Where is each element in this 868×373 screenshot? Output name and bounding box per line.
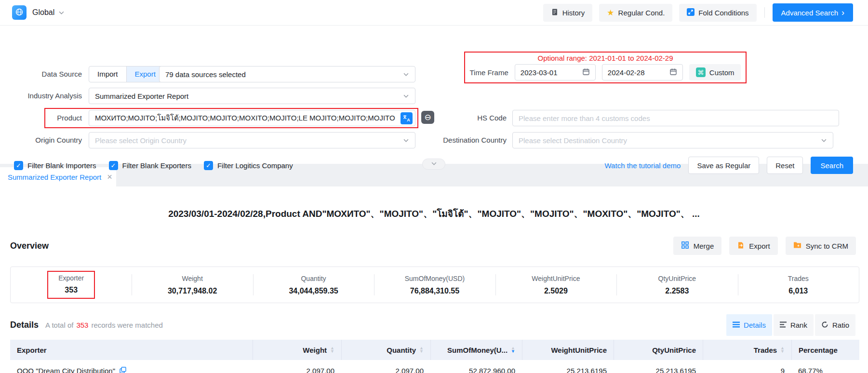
checkbox-checked-icon: ✓ bbox=[109, 161, 118, 170]
industry-analysis-label: Industry Analysis bbox=[0, 88, 82, 104]
reset-button[interactable]: Reset bbox=[767, 157, 803, 174]
overview-stats-card: Exporter 353 Weight 30,717,948.02 Quanti… bbox=[10, 266, 859, 303]
chevron-down-icon bbox=[431, 160, 437, 168]
column-header-sum-of-money[interactable]: SumOfMoney(U... ▲▼ bbox=[430, 340, 522, 360]
stat-quantity: Quantity 34,044,859.35 bbox=[253, 267, 374, 303]
exporter-name[interactable]: OOO "Dream City Distribution" bbox=[17, 367, 115, 373]
query-summary: 2023/03/01-2024/02/28,Product AND"МОХИТО… bbox=[0, 206, 868, 221]
sort-icon-active-desc[interactable]: ▲▼ bbox=[511, 346, 515, 353]
checkbox-checked-icon: ✓ bbox=[14, 161, 23, 170]
sort-icon[interactable]: ▲▼ bbox=[780, 346, 785, 353]
cell-quantity: 2,097.00 bbox=[341, 360, 430, 373]
origin-country-dropdown[interactable]: Please select Origin Country bbox=[89, 132, 415, 148]
stat-weight: Weight 30,717,948.02 bbox=[132, 267, 253, 303]
data-sources-dropdown[interactable]: 79 data sources selected bbox=[159, 66, 415, 82]
optional-range-note: Optional range: 2021-01-01 to 2024-02-29 bbox=[537, 53, 673, 64]
product-input[interactable]: МОХИТО;MOJITO;โมจิโต้;MOJITO;MOJITO;MOXI… bbox=[89, 110, 415, 126]
sort-icon[interactable]: ▲▼ bbox=[330, 346, 334, 353]
overview-title: Overview bbox=[10, 241, 49, 251]
calendar-icon bbox=[669, 68, 677, 77]
cell-trades: 9 bbox=[703, 360, 791, 373]
cell-weight-unit-price: 25,213.6195 bbox=[522, 360, 614, 373]
svg-text:A: A bbox=[407, 118, 410, 122]
product-label: Product bbox=[0, 110, 82, 126]
view-details-button[interactable]: Details bbox=[726, 314, 772, 336]
column-header-percentage: Percentage bbox=[791, 340, 859, 360]
data-source-label: Data Source bbox=[0, 66, 82, 82]
destination-country-label: Destination Country bbox=[425, 132, 507, 148]
custom-icon: ⌘ bbox=[696, 67, 706, 77]
chevron-down-icon[interactable] bbox=[58, 10, 65, 16]
exporter-highlight-box: Exporter 353 bbox=[47, 271, 95, 299]
date-from-input[interactable]: 2023-03-01 bbox=[515, 64, 596, 80]
app-logo bbox=[12, 5, 27, 20]
industry-analysis-dropdown[interactable]: Summarized Exporter Report bbox=[89, 88, 415, 104]
hs-code-input[interactable] bbox=[512, 110, 839, 126]
cell-qty-unit-price: 25,213.6195 bbox=[614, 360, 703, 373]
column-header-weight-unit-price: WeightUnitPrice bbox=[522, 340, 614, 360]
tab-summarized-exporter-report[interactable]: Summarized Exporter Report × bbox=[0, 167, 116, 186]
checkbox-filter-blank-exporters[interactable]: ✓ Filter Blank Exporters bbox=[109, 161, 191, 170]
merge-button[interactable]: Merge bbox=[673, 237, 722, 255]
column-header-weight[interactable]: Weight ▲▼ bbox=[253, 340, 341, 360]
filter-checkbox-row: ✓ Filter Blank Importers ✓ Filter Blank … bbox=[14, 161, 293, 170]
details-title: Details bbox=[10, 320, 39, 330]
sync-to-crm-button[interactable]: Sync to CRM bbox=[786, 237, 856, 255]
close-icon[interactable]: × bbox=[107, 173, 112, 181]
globe-icon bbox=[15, 8, 24, 18]
search-button[interactable]: Search bbox=[811, 157, 853, 174]
column-header-qty-unit-price: QtyUnitPrice bbox=[614, 340, 703, 360]
stat-weight-unit-price: WeightUnitPrice 2.5029 bbox=[495, 267, 616, 303]
chevron-right-icon: › bbox=[841, 8, 844, 17]
cell-percentage: 68.77% bbox=[791, 360, 859, 373]
fold-icon bbox=[687, 8, 694, 17]
custom-range-button[interactable]: ⌘ Custom bbox=[689, 64, 741, 80]
import-toggle[interactable]: Import bbox=[89, 67, 126, 82]
details-table: Exporter Weight ▲▼ Quantity ▲▼ SumOfMone… bbox=[10, 340, 859, 373]
stat-exporter: Exporter 353 bbox=[11, 267, 132, 303]
destination-country-dropdown[interactable]: Please select Destination Country bbox=[512, 132, 833, 148]
checkbox-filter-logistics-company[interactable]: ✓ Filter Logitics Company bbox=[204, 161, 293, 170]
cell-weight: 2,097.00 bbox=[253, 360, 341, 373]
fold-conditions-button[interactable]: Fold Conditions bbox=[679, 4, 756, 22]
table-row[interactable]: OOO "Dream City Distribution" 2,097.00 2… bbox=[10, 360, 859, 373]
date-to-input[interactable]: 2024-02-28 bbox=[602, 64, 683, 80]
export-toggle[interactable]: Export bbox=[126, 67, 164, 82]
view-ratio-button[interactable]: Ratio bbox=[815, 314, 855, 336]
stat-sum-of-money: SumOfMoney(USD) 76,884,310.55 bbox=[374, 267, 495, 303]
copy-icon[interactable] bbox=[120, 367, 126, 373]
star-icon: ★ bbox=[607, 9, 614, 17]
stat-qty-unit-price: QtyUnitPrice 2.2583 bbox=[616, 267, 737, 303]
advanced-search-button[interactable]: Advanced Search › bbox=[773, 3, 853, 22]
regular-cond-button[interactable]: ★ Regular Cond. bbox=[599, 4, 672, 22]
region-selector-label[interactable]: Global bbox=[32, 8, 54, 17]
sort-icon[interactable]: ▲▼ bbox=[419, 346, 424, 353]
view-rank-button[interactable]: Rank bbox=[774, 314, 814, 336]
translate-icon[interactable]: A bbox=[401, 112, 413, 124]
records-matched-text: A total of353records were matched bbox=[45, 321, 163, 329]
checkbox-filter-blank-importers[interactable]: ✓ Filter Blank Importers bbox=[14, 161, 96, 170]
view-switcher: Details Rank Ratio bbox=[726, 314, 855, 336]
tutorial-demo-link[interactable]: Watch the tutorial demo bbox=[605, 161, 681, 170]
topbar: Global History ★ Regular Cond. Fold Cond… bbox=[0, 0, 868, 26]
calendar-icon bbox=[582, 68, 590, 77]
ratio-icon bbox=[821, 321, 828, 330]
export-file-icon bbox=[737, 241, 745, 251]
hs-code-label: HS Code bbox=[425, 110, 507, 126]
history-button[interactable]: History bbox=[543, 4, 593, 22]
cell-sum-of-money: 52,872,960.00 bbox=[430, 360, 522, 373]
export-button[interactable]: Export bbox=[729, 237, 777, 255]
results-area: 2023/03/01-2024/02/28,Product AND"МОХИТО… bbox=[0, 206, 868, 373]
chevron-down-icon bbox=[403, 93, 409, 99]
search-form: Data Source Import Export 79 data source… bbox=[0, 26, 868, 164]
column-header-quantity[interactable]: Quantity ▲▼ bbox=[341, 340, 430, 360]
stat-trades: Trades 6,013 bbox=[738, 267, 859, 303]
origin-country-label: Origin Country bbox=[0, 132, 82, 148]
divider bbox=[764, 7, 765, 18]
save-as-regular-button[interactable]: Save as Regular bbox=[688, 157, 759, 174]
collapse-form-toggle[interactable] bbox=[422, 159, 445, 170]
hs-code-field[interactable] bbox=[519, 114, 833, 122]
checkbox-checked-icon: ✓ bbox=[204, 161, 213, 170]
list-icon bbox=[733, 321, 740, 329]
column-header-trades[interactable]: Trades ▲▼ bbox=[703, 340, 791, 360]
